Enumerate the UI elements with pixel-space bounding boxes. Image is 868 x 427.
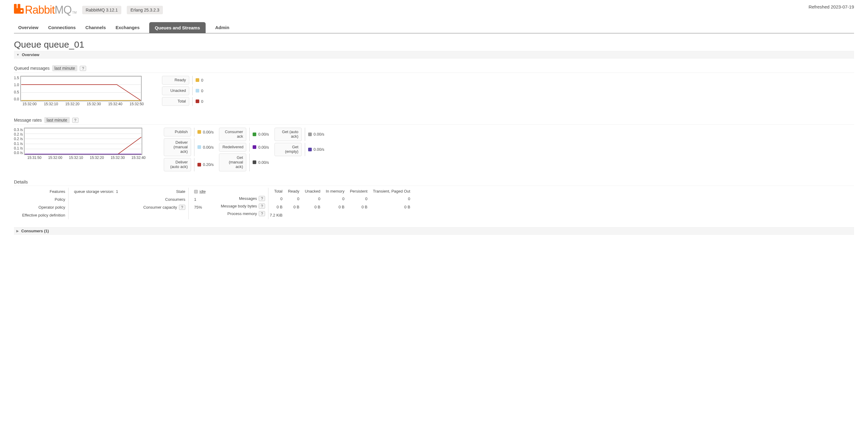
legend-label: Total — [162, 97, 189, 106]
stat-cell: 0 B — [324, 203, 348, 211]
legend-item[interactable]: Ready0 — [162, 76, 203, 85]
stat-cell: 0 B — [269, 203, 287, 211]
stat-cell: 0 — [287, 195, 304, 203]
queued-range-selector[interactable]: last minute — [52, 65, 78, 71]
legend-item[interactable]: Deliver (auto ack)0.20/s — [164, 158, 214, 171]
legend-item[interactable]: Total0 — [162, 97, 203, 106]
help-icon[interactable]: ? — [179, 205, 185, 210]
message-rates-legend: Publish0.00/sDeliver (manual ack)0.00/sD… — [164, 128, 324, 171]
legend-label: Redelivered — [219, 143, 246, 152]
legend-label: Publish — [164, 128, 191, 136]
stat-cell: 0 — [269, 195, 287, 203]
legend-item[interactable]: Consumer ack0.00/s — [219, 128, 269, 141]
stat-col-header: In memory — [324, 188, 348, 195]
legend-value: 0.00/s — [258, 132, 269, 136]
page-title: Queue queue_01 — [14, 39, 854, 50]
queued-messages-chart: 1.51.00.50.0 15:32:0015:32:1015:32:2015:… — [14, 76, 144, 106]
chart-x-tick: 15:32:20 — [65, 102, 80, 106]
logo-text-rabbit: Rabbit — [25, 4, 55, 17]
legend-item[interactable]: Deliver (manual ack)0.00/s — [164, 138, 214, 156]
details-state-value: idle — [194, 188, 215, 195]
stat-cell — [372, 211, 414, 219]
tab-queues-and-streams[interactable]: Queues and Streams — [149, 22, 205, 33]
section-consumers-header[interactable]: ▶ Consumers (1) — [14, 227, 854, 235]
stat-col-header: Transient, Paged Out — [372, 188, 414, 195]
tab-connections[interactable]: Connections — [48, 22, 76, 33]
legend-label: Unacked — [162, 86, 189, 95]
main-tabs: OverviewConnectionsChannelsExchangesQueu… — [14, 22, 854, 33]
chart-y-tick: 1.0 — [14, 83, 19, 87]
rates-range-selector[interactable]: last minute — [44, 117, 70, 123]
rabbit-icon — [14, 4, 24, 13]
queued-messages-header: Queued messages last minute ? — [14, 65, 854, 73]
details-features-label: Features — [14, 188, 65, 195]
legend-swatch-icon — [308, 148, 312, 151]
stat-cell: 0 B — [349, 203, 372, 211]
rabbitmq-logo[interactable]: RabbitMQ TM — [14, 4, 77, 17]
page-title-queue-name: queue_01 — [44, 39, 84, 50]
chart-y-tick: 0.0 — [14, 97, 19, 101]
tab-admin[interactable]: Admin — [215, 22, 229, 33]
svg-rect-3 — [21, 10, 23, 12]
details-grid: Features Policy Operator policy Effectiv… — [14, 188, 854, 219]
chart-y-tick: 0.3 /s — [14, 128, 23, 132]
feature-value: 1 — [116, 189, 118, 194]
stat-cell: 0 — [372, 195, 414, 203]
chart-x-tick: 15:32:10 — [44, 102, 58, 106]
tab-exchanges[interactable]: Exchanges — [116, 22, 140, 33]
details-consumers-label: Consumers — [137, 195, 185, 204]
refreshed-timestamp: Refreshed 2023-07-19 — [809, 4, 854, 9]
legend-item[interactable]: Get (manual ack)0.00/s — [219, 153, 269, 171]
queued-messages-legend: Ready0Unacked0Total0 — [162, 76, 203, 106]
legend-value: 0 — [201, 99, 203, 104]
chart-x-tick: 15:32:40 — [131, 156, 146, 160]
chart-x-tick: 15:31:50 — [27, 156, 41, 160]
stat-cell: 7.2 KiB — [269, 211, 287, 219]
legend-item[interactable]: Get (empty)0.00/s — [275, 143, 324, 156]
stat-cell: 0 B — [287, 203, 304, 211]
legend-label: Get (empty) — [275, 143, 302, 156]
legend-label: Get (auto ack) — [275, 128, 302, 141]
chart-x-tick: 15:32:30 — [111, 156, 125, 160]
legend-item[interactable]: Unacked0 — [162, 86, 203, 95]
details-capacity-value: 75% — [194, 204, 215, 211]
help-icon[interactable]: ? — [72, 118, 79, 123]
legend-swatch-icon — [197, 163, 201, 166]
help-icon[interactable]: ? — [259, 211, 265, 216]
section-overview-label: Overview — [22, 53, 39, 57]
stat-cell: 0 B — [372, 203, 414, 211]
help-icon[interactable]: ? — [259, 204, 265, 209]
legend-item[interactable]: Publish0.00/s — [164, 128, 214, 136]
stat-row-label: Messages — [239, 196, 257, 201]
section-overview-header[interactable]: ▼ Overview — [14, 51, 854, 59]
stat-cell: 0 B — [304, 203, 324, 211]
chevron-down-icon: ▼ — [17, 53, 20, 56]
legend-swatch-icon — [197, 145, 201, 149]
help-icon[interactable]: ? — [259, 196, 265, 201]
legend-label: Deliver (auto ack) — [164, 158, 191, 171]
chart-x-tick: 15:32:10 — [69, 156, 83, 160]
help-icon[interactable]: ? — [80, 66, 86, 71]
chart-y-tick: 0.2 /s — [14, 132, 23, 136]
stat-cell: 0 — [304, 195, 324, 203]
legend-swatch-icon — [253, 132, 256, 136]
chart-x-tick: 15:32:00 — [48, 156, 62, 160]
legend-swatch-icon — [196, 89, 199, 92]
stat-cell — [304, 211, 324, 219]
legend-item[interactable]: Redelivered0.00/s — [219, 143, 269, 152]
section-consumers-label: Consumers (1) — [21, 228, 49, 233]
queued-messages-label: Queued messages — [14, 66, 50, 71]
stat-row-label: Process memory — [227, 211, 257, 216]
details-features-value: queue storage version: 1 — [74, 188, 132, 195]
details-operator-policy-label: Operator policy — [14, 204, 65, 211]
details-header: Details — [14, 179, 854, 186]
stat-cell: 0 — [324, 195, 348, 203]
legend-item[interactable]: Get (auto ack)0.00/s — [275, 128, 324, 141]
message-rates-header: Message rates last minute ? — [14, 117, 854, 125]
feature-text: queue storage version: — [74, 189, 114, 194]
chart-y-tick: 0.0 /s — [14, 151, 23, 155]
legend-swatch-icon — [308, 132, 312, 136]
tab-overview[interactable]: Overview — [18, 22, 38, 33]
stat-cell — [287, 211, 304, 219]
tab-channels[interactable]: Channels — [86, 22, 106, 33]
